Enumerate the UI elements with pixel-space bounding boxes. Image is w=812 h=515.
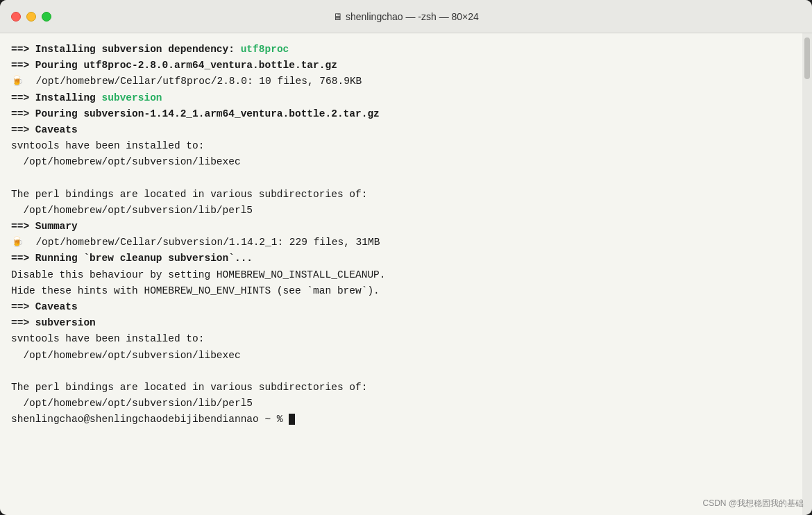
terminal-line: ==> Caveats (11, 122, 791, 138)
terminal-line: svntools have been installed to: (11, 138, 791, 154)
terminal-line: /opt/homebrew/opt/subversion/lib/perl5 (11, 396, 791, 412)
terminal-line (11, 364, 791, 380)
terminal-line: ==> Pouring utf8proc-2.8.0.arm64_ventura… (11, 58, 791, 74)
terminal-line: ==> Summary (11, 219, 791, 235)
terminal-output[interactable]: ==> Installing subversion dependency: ut… (0, 33, 802, 515)
terminal-line: /opt/homebrew/opt/subversion/libexec (11, 348, 791, 364)
titlebar: 🖥 shenlingchao — -zsh — 80×24 (0, 0, 812, 33)
terminal-line: ==> Installing subversion (11, 90, 791, 106)
terminal-line: svntools have been installed to: (11, 331, 791, 347)
scrollbar-thumb[interactable] (804, 37, 810, 79)
terminal-line: ==> Caveats (11, 299, 791, 315)
terminal-line: Hide these hints with HOMEBREW_NO_ENV_HI… (11, 283, 791, 299)
scrollbar[interactable] (802, 33, 812, 515)
traffic-lights (11, 12, 51, 22)
watermark: CSDN @我想稳固我的基础 (702, 498, 804, 509)
terminal-line: Disable this behaviour by setting HOMEBR… (11, 267, 791, 283)
terminal-line: ==> subversion (11, 315, 791, 331)
terminal-line: ==> Running `brew cleanup subversion`... (11, 251, 791, 267)
terminal-line: /opt/homebrew/opt/subversion/lib/perl5 (11, 203, 791, 219)
terminal-line: The perl bindings are located in various… (11, 187, 791, 203)
close-button[interactable] (11, 12, 21, 22)
window-title: 🖥 shenlingchao — -zsh — 80×24 (333, 11, 479, 22)
terminal-line: /opt/homebrew/opt/subversion/libexec (11, 154, 791, 170)
minimize-button[interactable] (26, 12, 36, 22)
terminal-line: ==> Pouring subversion-1.14.2_1.arm64_ve… (11, 106, 791, 122)
maximize-button[interactable] (42, 12, 51, 22)
terminal-line: ==> Installing subversion dependency: ut… (11, 42, 791, 58)
content-area: ==> Installing subversion dependency: ut… (0, 33, 812, 515)
terminal-line: 🍺 /opt/homebrew/Cellar/subversion/1.14.2… (11, 235, 791, 251)
terminal-line: The perl bindings are located in various… (11, 380, 791, 396)
terminal-window: 🖥 shenlingchao — -zsh — 80×24 ==> Instal… (0, 0, 812, 515)
cursor (289, 414, 295, 425)
terminal-line (11, 171, 791, 187)
arrow-icon: ==> (11, 44, 29, 55)
terminal-line: 🍺 /opt/homebrew/Cellar/utf8proc/2.8.0: 1… (11, 74, 791, 90)
terminal-prompt: shenlingchao@shenlingchaodebijibendianna… (11, 412, 791, 428)
